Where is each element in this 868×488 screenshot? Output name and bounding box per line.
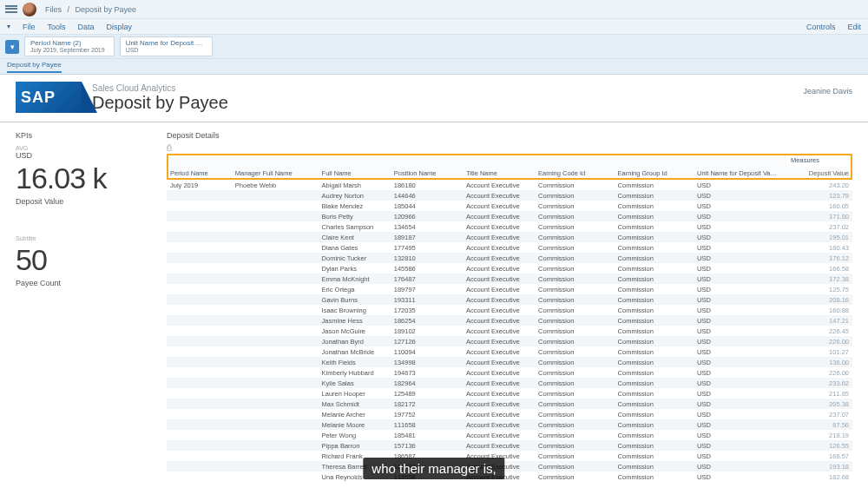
cell: Commission <box>615 388 694 399</box>
table-row[interactable]: Melanie Archer197752Account ExecutiveCom… <box>167 409 852 419</box>
cell: Commission <box>615 274 694 284</box>
table-row[interactable]: Claire Kent189187Account ExecutiveCommis… <box>167 232 852 242</box>
cell <box>167 221 232 232</box>
cell <box>167 451 232 461</box>
col-header[interactable]: Earning Group Id <box>615 167 694 180</box>
col-header[interactable]: Full Name <box>319 167 391 180</box>
cell <box>167 232 232 242</box>
table-row[interactable]: Blake Mendez185044Account ExecutiveCommi… <box>167 201 852 211</box>
cell: Commission <box>615 263 694 274</box>
sap-logo: SAP <box>16 82 82 113</box>
cell: Audrey Norton <box>319 190 391 201</box>
table-row[interactable]: Gavin Burns193311Account ExecutiveCommis… <box>167 294 852 305</box>
col-header[interactable]: Title Name <box>463 167 535 180</box>
measures-header: Measures <box>787 154 852 167</box>
table-row[interactable]: Dylan Parks145586Account ExecutiveCommis… <box>167 263 852 274</box>
col-header[interactable]: Position Name <box>391 167 463 180</box>
cell: 172035 <box>391 305 463 315</box>
cell: Kimberly Hubbard <box>319 367 391 378</box>
cell: Claire Kent <box>319 232 391 242</box>
table-row[interactable]: Theresa Barrett126432Account ExecutiveCo… <box>167 461 852 472</box>
table-row[interactable]: Peter Wong185481Account ExecutiveCommiss… <box>167 430 852 440</box>
menu-bar: ▾ File Tools Data Display Controls Edit <box>0 19 868 35</box>
cell: 193.18 <box>787 461 852 472</box>
table-row[interactable]: Boris Petty120966Account ExecutiveCommis… <box>167 211 852 221</box>
kpi-desc-2: Payee Count <box>16 279 146 287</box>
table-row[interactable]: Max Schmidt182172Account ExecutiveCommis… <box>167 399 852 409</box>
cell: Lauren Hooper <box>319 388 391 399</box>
crumb-root[interactable]: Files <box>45 5 62 14</box>
cell: Commission <box>535 346 614 357</box>
table-row[interactable]: Keith Fields134998Account ExecutiveCommi… <box>167 357 852 367</box>
cell: Account Executive <box>463 409 535 419</box>
table-row[interactable]: Isaac Browning172035Account ExecutiveCom… <box>167 305 852 315</box>
table-row[interactable]: Pippa Barron157136Account ExecutiveCommi… <box>167 440 852 451</box>
cell: 111658 <box>391 419 463 430</box>
table-row[interactable]: Eric Ortega189797Account ExecutiveCommis… <box>167 284 852 294</box>
table-row[interactable]: Richard Frank186587Account ExecutiveComm… <box>167 451 852 461</box>
menu-edit[interactable]: Edit <box>847 23 861 31</box>
table-row[interactable]: Dominic Tucker132810Account ExecutiveCom… <box>167 253 852 263</box>
cell: Commission <box>535 263 614 274</box>
filter-icon[interactable]: ▾ <box>5 40 19 54</box>
kpi-panel: KPIs AVG USD 16.03 k Deposit Value Subti… <box>16 131 146 482</box>
cell: USD <box>694 419 787 430</box>
cell: 205.38 <box>787 399 852 409</box>
cell: USD <box>694 221 787 232</box>
menu-file[interactable]: File <box>23 23 36 31</box>
table-row[interactable]: Kylie Salas182964Account ExecutiveCommis… <box>167 378 852 388</box>
cell: Commission <box>615 419 694 430</box>
cell: Account Executive <box>463 357 535 367</box>
cell: Commission <box>615 367 694 378</box>
menu-display[interactable]: Display <box>107 23 133 31</box>
table-row[interactable]: Lauren Hooper125489Account ExecutiveComm… <box>167 388 852 399</box>
cell <box>232 367 319 378</box>
cell <box>167 305 232 315</box>
cell: Account Executive <box>463 242 535 253</box>
cell: USD <box>694 461 787 472</box>
cell: Account Executive <box>463 274 535 284</box>
cell: 101.27 <box>787 346 852 357</box>
filter-chip-period[interactable]: Period Name (2) July 2019, September 201… <box>24 36 115 56</box>
table-row[interactable]: Audrey Norton144646Account ExecutiveComm… <box>167 190 852 201</box>
menu-icon[interactable] <box>5 3 17 16</box>
cell <box>232 305 319 315</box>
table-row[interactable]: July 2019Phoebe WebbAbigail Marsh186180A… <box>167 180 852 190</box>
chevron-down-icon[interactable]: ▾ <box>7 23 10 30</box>
table-row[interactable]: Jonathan Byrd127126Account ExecutiveComm… <box>167 336 852 346</box>
table-row[interactable]: Jonathan McBride110094Account ExecutiveC… <box>167 346 852 357</box>
table-row[interactable]: Jason McGuire189102Account ExecutiveComm… <box>167 326 852 336</box>
table-row[interactable]: Kimberly Hubbard194673Account ExecutiveC… <box>167 367 852 378</box>
avatar[interactable] <box>23 3 36 16</box>
cell: Commission <box>535 190 614 201</box>
crumb-page[interactable]: Deposit by Payee <box>76 5 137 14</box>
pin-icon[interactable]: ⎙ <box>167 143 852 152</box>
cell: Commission <box>535 378 614 388</box>
cell: Dylan Parks <box>319 263 391 274</box>
col-header[interactable]: Period Name <box>167 167 232 180</box>
table-row[interactable]: Una Reynolds118558Account ExecutiveCommi… <box>167 472 852 482</box>
menu-controls[interactable]: Controls <box>806 23 836 31</box>
col-header[interactable]: Manager Full Name <box>232 167 319 180</box>
table-row[interactable]: Charles Sampson134654Account ExecutiveCo… <box>167 221 852 232</box>
tab-deposit-by-payee[interactable]: Deposit by Payee <box>7 61 62 73</box>
col-header[interactable]: Unit Name for Deposit Va… <box>694 167 787 180</box>
cell: 136.00 <box>787 357 852 367</box>
col-header[interactable]: Earning Code Id <box>535 167 614 180</box>
table-row[interactable]: Melanie Moore111658Account ExecutiveComm… <box>167 419 852 430</box>
cell <box>167 357 232 367</box>
cell: USD <box>694 253 787 263</box>
table-row[interactable]: Emma McKnight176487Account ExecutiveComm… <box>167 274 852 284</box>
cell: USD <box>694 305 787 315</box>
table-row[interactable]: Diana Gates177495Account ExecutiveCommis… <box>167 242 852 253</box>
cell: Commission <box>535 367 614 378</box>
cell: Account Executive <box>463 284 535 294</box>
menu-tools[interactable]: Tools <box>48 23 66 31</box>
col-header[interactable]: Deposit Value <box>787 167 852 180</box>
filter-chip-unit[interactable]: Unit Name for Deposit … USD <box>120 36 213 56</box>
main-content: KPIs AVG USD 16.03 k Deposit Value Subti… <box>0 131 868 482</box>
cell: Account Executive <box>463 367 535 378</box>
cell: Max Schmidt <box>319 399 391 409</box>
table-row[interactable]: Jasmine Hess186254Account ExecutiveCommi… <box>167 315 852 326</box>
menu-data[interactable]: Data <box>78 23 95 31</box>
